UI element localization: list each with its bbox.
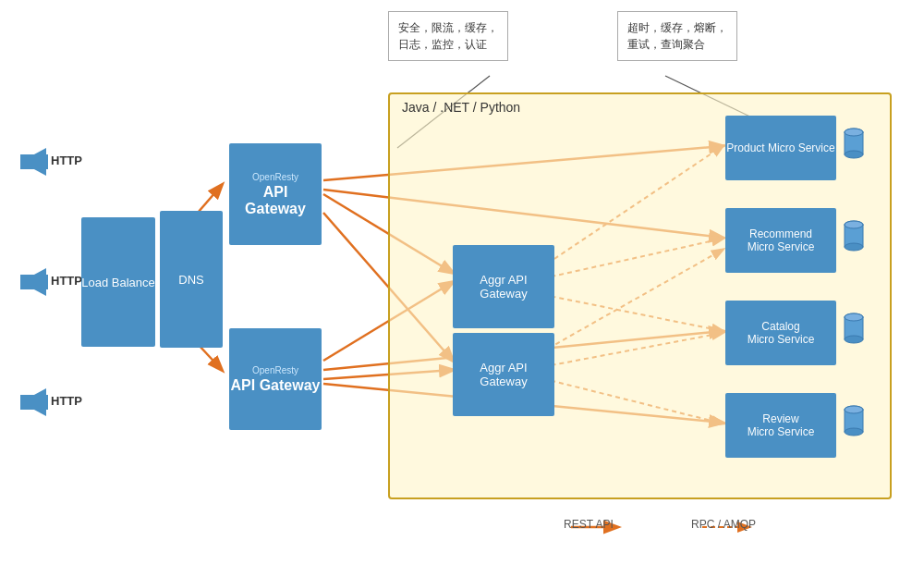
tooltip-2: 超时，缓存，熔断，重试，查询聚合 bbox=[617, 11, 737, 61]
catalog-service: CatalogMicro Service bbox=[725, 301, 836, 365]
gateway2-sublabel: OpenResty bbox=[252, 365, 298, 375]
legend-rpc: RPC / AMQP bbox=[691, 518, 756, 531]
http-arrow-1 bbox=[20, 148, 46, 176]
load-balance-label: Load Balance bbox=[81, 276, 155, 289]
svg-point-38 bbox=[845, 406, 863, 413]
tooltip-1: 安全，限流，缓存，日志，监控，认证 bbox=[388, 11, 508, 61]
load-balance-box: Load Balance bbox=[81, 217, 155, 347]
http-arrow-3 bbox=[20, 388, 46, 416]
recommend-service-label: RecommendMicro Service bbox=[748, 227, 815, 253]
product-db bbox=[843, 127, 865, 160]
dns-label: DNS bbox=[178, 273, 203, 287]
svg-point-25 bbox=[845, 151, 863, 158]
svg-point-26 bbox=[845, 129, 863, 136]
dns-box: DNS bbox=[160, 211, 223, 348]
api-gateway-1: OpenResty API Gateway bbox=[229, 143, 322, 245]
http-label-1: HTTP bbox=[51, 154, 82, 167]
svg-point-34 bbox=[845, 313, 863, 321]
gateway1-sublabel: OpenResty bbox=[252, 172, 298, 182]
product-service: Product Micro Service bbox=[725, 116, 836, 180]
http-label-3: HTTP bbox=[51, 394, 82, 408]
review-service-label: ReviewMicro Service bbox=[748, 412, 815, 438]
svg-rect-0 bbox=[20, 154, 48, 169]
svg-rect-2 bbox=[20, 395, 48, 410]
catalog-db bbox=[843, 312, 865, 345]
legend-rpc-label: RPC / AMQP bbox=[691, 518, 756, 531]
review-db bbox=[843, 404, 865, 437]
http-label-2: HTTP bbox=[51, 274, 82, 288]
svg-point-33 bbox=[845, 336, 863, 343]
aggr-gateway-2: Aggr APIGateway bbox=[453, 333, 554, 416]
http-arrow-2 bbox=[20, 268, 46, 296]
svg-point-37 bbox=[845, 428, 863, 436]
legend-rest-label: REST API bbox=[564, 518, 614, 531]
product-service-label: Product Micro Service bbox=[726, 141, 834, 154]
review-service: ReviewMicro Service bbox=[725, 393, 836, 458]
svg-rect-1 bbox=[20, 275, 48, 289]
aggr-gateway-1: Aggr APIGateway bbox=[453, 245, 554, 328]
aggr1-label: Aggr APIGateway bbox=[480, 273, 527, 301]
svg-point-29 bbox=[845, 243, 863, 251]
gateway1-label: API Gateway bbox=[245, 184, 306, 217]
gateway2-label: API Gateway bbox=[231, 377, 321, 394]
svg-point-30 bbox=[845, 221, 863, 228]
recommend-db bbox=[843, 219, 865, 252]
recommend-service: RecommendMicro Service bbox=[725, 208, 836, 273]
aggr2-label: Aggr APIGateway bbox=[480, 361, 527, 388]
legend-rest: REST API bbox=[564, 518, 614, 531]
diagram-container: HTTP HTTP HTTP Load Balance DNS 安全，限流，缓存… bbox=[0, 0, 924, 565]
java-area-label: Java / .NET / Python bbox=[402, 100, 520, 115]
catalog-service-label: CatalogMicro Service bbox=[748, 320, 815, 346]
api-gateway-2: OpenResty API Gateway bbox=[229, 328, 322, 430]
